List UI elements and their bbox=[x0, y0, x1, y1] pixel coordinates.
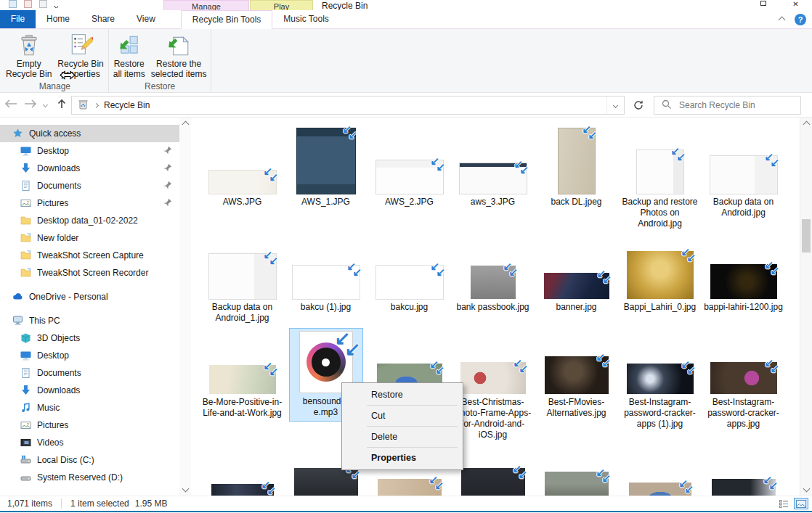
file-tile[interactable]: ↙↙ bbox=[535, 468, 618, 496]
file-best-fmovies-alternatives-jpg[interactable]: ↙↙Best-FMovies-Alternatives.jpg bbox=[535, 328, 618, 440]
file-thumbnail[interactable]: ↙↙ bbox=[460, 163, 527, 194]
forward-icon[interactable] bbox=[24, 99, 37, 110]
breadcrumb-path[interactable]: Recycle Bin bbox=[104, 100, 150, 110]
file-thumbnail[interactable]: ↙↙ bbox=[545, 356, 609, 394]
sidebar-item-tweakshot-screen-capture[interactable]: TweakShot Screen Capture bbox=[0, 247, 179, 264]
file-thumbnail[interactable]: ↙↙ bbox=[710, 156, 777, 194]
restore-all-items-button[interactable]: Restoreall items bbox=[110, 31, 148, 82]
file-thumbnail[interactable]: ↙↙ bbox=[376, 266, 443, 299]
restore-the-selected-items-button[interactable]: Restore theselected items bbox=[148, 31, 210, 82]
file-backup-and-restore-photos-on-android-jpg[interactable]: ↙↙Backup and restore Photos on Android.j… bbox=[618, 127, 702, 229]
address-box[interactable]: Recycle Bin bbox=[71, 96, 625, 115]
back-icon[interactable] bbox=[4, 99, 17, 110]
menu-item-properties[interactable]: Properties bbox=[342, 448, 463, 468]
sidebar-item-new-folder[interactable]: New folder bbox=[0, 229, 179, 247]
sidebar-scrollbar[interactable] bbox=[179, 118, 191, 496]
file-thumbnail[interactable]: ↙↙ bbox=[293, 266, 360, 299]
file-aws-jpg[interactable]: ↙↙AWS.JPG bbox=[200, 127, 284, 229]
minimize-ribbon-icon[interactable] bbox=[779, 16, 786, 23]
sidebar-item-downloads[interactable]: Downloads bbox=[0, 160, 179, 177]
tab-file[interactable]: File bbox=[0, 10, 36, 28]
sidebar-item-downloads[interactable]: Downloads bbox=[0, 382, 179, 399]
file-bakcu-jpg[interactable]: ↙↙bakcu.jpg bbox=[368, 253, 451, 324]
sidebar-item-music[interactable]: Music bbox=[0, 399, 179, 416]
sidebar-item-desktop-data-01-02-2022[interactable]: Desktop data_01-02-2022 bbox=[0, 212, 179, 229]
scroll-down-icon[interactable] bbox=[182, 485, 189, 493]
up-icon[interactable] bbox=[57, 99, 67, 111]
sidebar-item-onedrive-personal[interactable]: OneDrive - Personal bbox=[0, 288, 179, 305]
tab-share[interactable]: Share bbox=[81, 10, 126, 28]
file-be-more-positive-in-life-and-at-work-jpg[interactable]: ↙↙Be-More-Positive-in-Life-and-at-Work.j… bbox=[200, 328, 284, 440]
file-thumbnail[interactable]: ↙↙ bbox=[461, 468, 525, 496]
qat-dropdown-icon[interactable] bbox=[54, 4, 58, 8]
file-tile[interactable]: ↙↙ bbox=[618, 468, 702, 496]
file-best-christmas-photo-frame-apps-for-android-and-ios-jpg[interactable]: ↙↙Best-Christmas-Photo-Frame-Apps-for-An… bbox=[451, 328, 535, 440]
file-thumbnail[interactable]: ↙↙ bbox=[637, 150, 683, 194]
file-backup-data-on-android-jpg[interactable]: ↙↙Backup data on Android.jpg bbox=[702, 127, 785, 229]
sidebar-item-quick-access[interactable]: Quick access bbox=[0, 125, 179, 142]
file-aws-2-jpg[interactable]: ↙↙AWS_2.JPG bbox=[368, 127, 451, 229]
file-thumbnail[interactable]: ↙↙ bbox=[710, 264, 777, 299]
search-input[interactable] bbox=[679, 100, 788, 110]
file-thumbnail[interactable]: ↙↙ bbox=[545, 472, 609, 496]
refresh-icon[interactable] bbox=[629, 96, 648, 115]
file-best-instagram-password-cracker-apps-jpg[interactable]: ↙↙Best-Instagram-password-cracker-apps.j… bbox=[702, 328, 785, 440]
tab-recycle-bin-tools[interactable]: Recycle Bin Tools bbox=[181, 10, 273, 29]
file-backup-data-on-android-1-jpg[interactable]: ↙↙Backup data on Android_1.jpg bbox=[200, 253, 284, 324]
sidebar-item-pictures[interactable]: Pictures bbox=[0, 194, 179, 212]
file-thumbnail[interactable]: ↙↙ bbox=[209, 171, 276, 194]
file-bank-passbook-jpg[interactable]: ↙↙bank passbook.jpg bbox=[451, 253, 535, 324]
file-bappi-lahiri-0-jpg[interactable]: ↙↙Bappi_Lahiri_0.jpg bbox=[618, 253, 702, 324]
file-tile[interactable]: ↙↙ bbox=[368, 468, 451, 496]
file-thumbnail[interactable]: ↙↙ bbox=[209, 365, 276, 394]
sidebar-item-local-disc-c[interactable]: Local Disc (C:) bbox=[0, 451, 179, 469]
file-thumbnail[interactable]: ↙↙ bbox=[297, 128, 355, 194]
file-thumbnail[interactable]: ↙↙ bbox=[211, 484, 274, 496]
qat-button-icon[interactable] bbox=[39, 0, 47, 8]
sidebar-item-this-pc[interactable]: This PC bbox=[0, 312, 179, 329]
close-button[interactable]: ✕ bbox=[779, 0, 812, 9]
sidebar-item-desktop[interactable]: Desktop bbox=[0, 142, 179, 160]
sidebar-item-3d-objects[interactable]: 3D Objects bbox=[0, 329, 179, 347]
scroll-up-icon[interactable] bbox=[803, 121, 810, 128]
menu-item-restore[interactable]: Restore bbox=[342, 385, 463, 405]
file-thumbnail[interactable]: ↙↙ bbox=[460, 362, 526, 394]
file-thumbnail[interactable]: ↙↙ bbox=[471, 266, 516, 299]
details-view-icon[interactable] bbox=[776, 498, 791, 509]
address-dropdown-icon[interactable] bbox=[606, 97, 624, 114]
file-bakcu-1-jpg[interactable]: ↙↙bakcu (1).jpg bbox=[284, 253, 368, 324]
files-scrollbar[interactable] bbox=[800, 118, 812, 496]
sidebar-item-desktop[interactable]: Desktop bbox=[0, 347, 179, 364]
file-thumbnail[interactable]: ↙↙ bbox=[627, 364, 694, 394]
tab-view[interactable]: View bbox=[126, 10, 166, 28]
breadcrumb-chevron-icon[interactable] bbox=[94, 102, 99, 107]
file-thumbnail[interactable]: ↙↙ bbox=[294, 468, 358, 496]
empty-recycle-bin-button[interactable]: EmptyRecycle Bin bbox=[3, 31, 54, 82]
file-tile[interactable]: ↙↙ bbox=[284, 468, 368, 496]
file-thumbnail[interactable]: ↙↙ bbox=[544, 273, 609, 299]
sidebar-item-videos[interactable]: Videos bbox=[0, 434, 179, 451]
scroll-down-icon[interactable] bbox=[803, 485, 810, 493]
thumbnail-view-icon[interactable] bbox=[794, 498, 808, 509]
file-thumbnail[interactable]: ↙↙ bbox=[376, 160, 443, 194]
tab-music-tools[interactable]: Music Tools bbox=[272, 10, 339, 28]
file-thumbnail[interactable]: ↙↙ bbox=[710, 362, 777, 394]
sidebar-item-documents[interactable]: Documents bbox=[0, 177, 179, 194]
sidebar-item-tweakshot-screen-recorder[interactable]: TweakShot Screen Recorder bbox=[0, 264, 179, 282]
menu-item-delete[interactable]: Delete bbox=[342, 427, 463, 447]
file-bappi-lahiri-1200-jpg[interactable]: ↙↙bappi-lahiri-1200.jpg bbox=[702, 253, 785, 324]
tab-home[interactable]: Home bbox=[36, 10, 81, 28]
file-aws-1-jpg[interactable]: ↙↙AWS_1.JPG bbox=[284, 127, 368, 229]
file-banner-jpg[interactable]: ↙↙banner.jpg bbox=[535, 253, 618, 324]
file-aws-3-jpg[interactable]: ↙↙aws_3.JPG bbox=[451, 127, 535, 229]
file-thumbnail[interactable]: ↙↙ bbox=[712, 479, 776, 496]
recent-locations-icon[interactable] bbox=[43, 102, 48, 107]
maximize-button[interactable] bbox=[747, 0, 779, 9]
sidebar-item-pictures[interactable]: Pictures bbox=[0, 416, 179, 434]
help-icon[interactable]: ? bbox=[795, 14, 806, 25]
file-thumbnail[interactable]: ↙↙ bbox=[629, 483, 691, 496]
menu-item-cut[interactable]: Cut bbox=[342, 406, 463, 426]
scroll-up-icon[interactable] bbox=[182, 121, 189, 128]
sidebar-item-documents[interactable]: Documents bbox=[0, 364, 179, 382]
file-thumbnail[interactable]: ↙↙ bbox=[378, 479, 442, 496]
